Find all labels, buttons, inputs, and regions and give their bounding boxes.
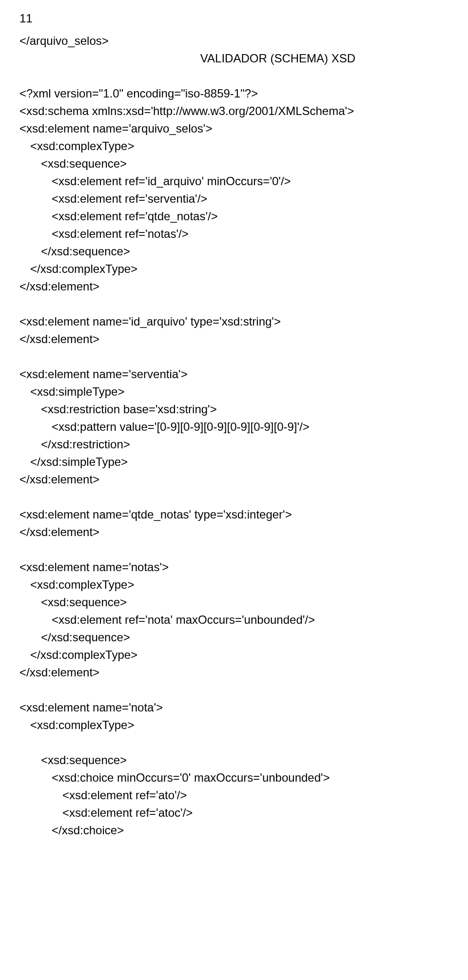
code-line: </xsd:element>: [20, 278, 448, 295]
code-line: [20, 295, 448, 313]
code-line: <xsd:element name='qtde_notas' type='xsd…: [20, 506, 448, 523]
code-line: <xsd:element ref='notas'/>: [20, 225, 448, 243]
code-line: </xsd:element>: [20, 471, 448, 488]
code-line: <xsd:sequence>: [20, 751, 448, 769]
code-line: [20, 734, 448, 751]
code-line: </xsd:simpleType>: [20, 453, 448, 471]
code-line: <xsd:element name='serventia'>: [20, 365, 448, 383]
code-line: <?xml version="1.0" encoding="iso-8859-1…: [20, 85, 448, 102]
code-line: [20, 488, 448, 506]
code-line: <xsd:element name='notas'>: [20, 558, 448, 576]
code-line: </xsd:restriction>: [20, 436, 448, 453]
code-line: [20, 348, 448, 365]
code-line: <xsd:complexType>: [20, 576, 448, 594]
code-line: VALIDADOR (SCHEMA) XSD: [107, 50, 448, 67]
code-line: <xsd:element ref='serventia'/>: [20, 190, 448, 208]
code-line: [20, 541, 448, 558]
code-line: </xsd:element>: [20, 330, 448, 348]
code-line: <xsd:sequence>: [20, 594, 448, 611]
code-line: <xsd:element ref='id_arquivo' minOccurs=…: [20, 173, 448, 190]
code-line: </xsd:complexType>: [20, 646, 448, 664]
code-line: <xsd:element ref='ato'/>: [20, 787, 448, 804]
code-line: </xsd:sequence>: [20, 243, 448, 260]
code-line: <xsd:complexType>: [20, 716, 448, 734]
page-number: 11: [20, 10, 448, 27]
code-line: <xsd:element ref='atoc'/>: [20, 804, 448, 822]
code-line: [20, 681, 448, 699]
document-content: </arquivo_selos>VALIDADOR (SCHEMA) XSD <…: [20, 32, 448, 839]
code-line: </xsd:element>: [20, 523, 448, 541]
document-page: 11 </arquivo_selos>VALIDADOR (SCHEMA) XS…: [0, 0, 468, 859]
code-line: <xsd:choice minOccurs='0' maxOccurs='unb…: [20, 769, 448, 787]
code-line: <xsd:element ref='qtde_notas'/>: [20, 208, 448, 225]
code-line: <xsd:restriction base='xsd:string'>: [20, 401, 448, 418]
code-line: </xsd:element>: [20, 664, 448, 681]
code-line: </xsd:complexType>: [20, 260, 448, 278]
code-line: <xsd:pattern value='[0-9][0-9][0-9][0-9]…: [20, 418, 448, 436]
code-line: <xsd:complexType>: [20, 137, 448, 155]
code-line: <xsd:schema xmlns:xsd='http://www.w3.org…: [20, 102, 448, 120]
code-line: <xsd:element name='arquivo_selos'>: [20, 120, 448, 137]
code-line: </xsd:choice>: [20, 822, 448, 839]
code-line: <xsd:element ref='nota' maxOccurs='unbou…: [20, 611, 448, 629]
code-line: <xsd:sequence>: [20, 155, 448, 173]
code-line: <xsd:element name='nota'>: [20, 699, 448, 716]
code-line: </xsd:sequence>: [20, 629, 448, 646]
code-line: </arquivo_selos>: [20, 32, 448, 50]
code-line: <xsd:element name='id_arquivo' type='xsd…: [20, 313, 448, 330]
code-line: <xsd:simpleType>: [20, 383, 448, 401]
code-line: [20, 67, 448, 85]
